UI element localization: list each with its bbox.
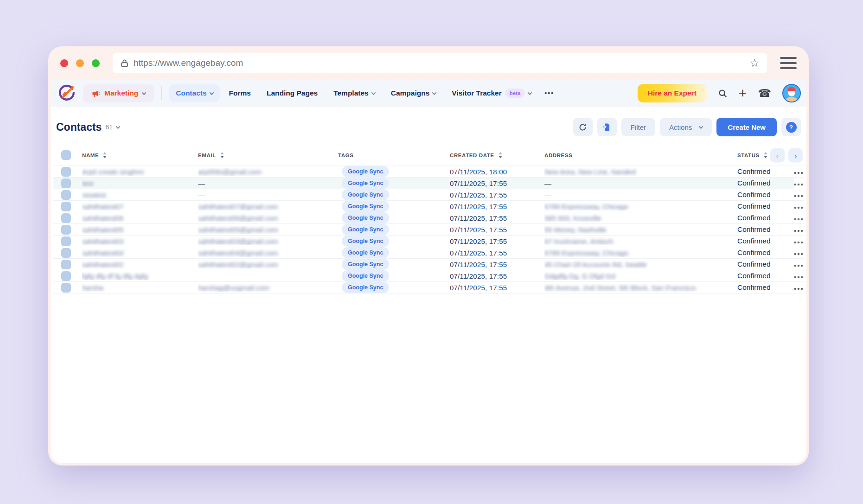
sort-icon[interactable]	[764, 152, 767, 158]
app-content: Marketing Contacts Forms Landing Pages T…	[51, 80, 806, 463]
maximize-window-button[interactable]	[92, 59, 100, 67]
filter-button[interactable]: Filter	[621, 118, 655, 136]
app-navbar: Marketing Contacts Forms Landing Pages T…	[51, 80, 806, 107]
table-row[interactable]: sahithatest07 sahithatest07@gmail.com Go…	[53, 201, 804, 212]
row-menu-button[interactable]: •••	[794, 182, 804, 185]
next-page-button[interactable]: ›	[788, 148, 803, 162]
nav-items: Contacts Forms Landing Pages Templates C…	[169, 84, 558, 102]
row-checkbox[interactable]	[61, 283, 71, 293]
nav-item-templates[interactable]: Templates	[327, 84, 382, 102]
tag-pill[interactable]: Google Sync	[342, 259, 389, 270]
row-menu-button[interactable]: •••	[794, 228, 804, 231]
status-badge: Confirmed	[737, 191, 771, 199]
row-menu-button[interactable]: •••	[794, 205, 804, 208]
nav-item-campaigns[interactable]: Campaigns	[384, 84, 443, 102]
tag-pill[interactable]: Google Sync	[342, 178, 389, 189]
nav-overflow-button[interactable]: •••	[541, 85, 558, 102]
phone-button[interactable]: ☎	[758, 88, 771, 99]
row-checkbox[interactable]	[61, 236, 71, 246]
contact-address: 6789 Expressway, Chicago	[544, 203, 628, 211]
contact-email: sahithatest05@gmail.com	[198, 226, 278, 234]
tag-pill[interactable]: Google Sync	[342, 270, 389, 281]
close-window-button[interactable]	[60, 59, 68, 67]
tag-pill[interactable]: Google Sync	[342, 236, 389, 247]
minimize-window-button[interactable]	[76, 59, 84, 67]
table-row[interactable]: sahithatest05 sahithatest05@gmail.com Go…	[53, 224, 804, 236]
tag-pill[interactable]: Google Sync	[342, 189, 389, 200]
tag-pill[interactable]: Google Sync	[342, 201, 389, 212]
nav-item-landing-pages[interactable]: Landing Pages	[260, 84, 324, 102]
row-checkbox[interactable]	[61, 179, 71, 188]
column-header-status: STATUS	[737, 153, 760, 158]
row-menu-button[interactable]: •••	[794, 170, 804, 173]
row-menu-button[interactable]: •••	[794, 251, 804, 254]
contact-address: New Area, New Line, Nanded	[544, 168, 636, 176]
row-menu-button[interactable]: •••	[794, 240, 804, 242]
row-checkbox[interactable]	[61, 248, 71, 258]
import-export-button[interactable]	[597, 118, 617, 136]
row-menu-button[interactable]: •••	[794, 274, 804, 277]
bookmark-star-icon[interactable]: ☆	[749, 57, 760, 69]
tag-pill[interactable]: Google Sync	[342, 212, 389, 223]
row-checkbox[interactable]	[61, 202, 71, 211]
row-menu-button[interactable]: •••	[794, 193, 804, 196]
sort-icon[interactable]	[103, 152, 107, 158]
app-switcher-marketing[interactable]: Marketing	[83, 84, 154, 102]
prev-page-button[interactable]: ‹	[770, 148, 785, 162]
row-checkbox[interactable]	[61, 190, 71, 200]
help-button[interactable]: ?	[781, 118, 801, 136]
created-date: 07/11/2025, 17:55	[450, 179, 507, 187]
browser-menu-icon[interactable]	[780, 57, 797, 69]
table-row[interactable]: Arpit create singhmi arpit59s@gmail.com …	[53, 166, 804, 178]
contact-name: sahithatest03	[82, 237, 123, 245]
nav-divider	[161, 86, 162, 100]
status-badge: Confirmed	[737, 272, 771, 280]
row-checkbox[interactable]	[61, 213, 71, 223]
table-row[interactable]: sahithatest06 sahithatest06@gmail.com Go…	[53, 212, 804, 224]
row-menu-button[interactable]: •••	[794, 263, 804, 266]
nav-item-label: Forms	[229, 89, 251, 97]
browser-window: https://www.engagebay.com ☆ Marketing	[48, 46, 809, 466]
create-new-button[interactable]: Create New	[716, 118, 777, 136]
sort-icon[interactable]	[220, 152, 224, 158]
search-button[interactable]	[718, 89, 728, 98]
table-row[interactable]: sahithatest04 sahithatest04@gmail.com Go…	[53, 247, 804, 259]
chevron-down-icon	[209, 90, 214, 95]
table-row[interactable]: fgfg dfg df fg dfg dgfg — Google Sync 07…	[53, 270, 804, 282]
contact-address: Gdgdfg Dg, G Dfgd Gd	[544, 272, 615, 280]
tag-pill[interactable]: Google Sync	[342, 166, 389, 177]
contact-name: newtest	[82, 191, 106, 199]
hire-expert-button[interactable]: Hire an Expert	[638, 84, 707, 102]
quick-add-button[interactable]: +	[739, 88, 747, 99]
table-row[interactable]: sahithatest02 sahithatest02@gmail.com Go…	[53, 259, 804, 270]
page-title: Contacts	[56, 121, 102, 134]
sort-icon[interactable]	[499, 152, 502, 158]
contact-name: sahithatest04	[82, 249, 123, 257]
table-row[interactable]: harsha harshag@usgmail.com Google Sync 0…	[53, 282, 804, 293]
chevron-down-icon[interactable]	[116, 124, 121, 129]
address-bar[interactable]: https://www.engagebay.com ☆	[113, 53, 767, 73]
row-checkbox[interactable]	[61, 271, 71, 281]
table-row[interactable]: test — Google Sync 07/11/2025, 17:55 — C…	[53, 178, 804, 189]
row-checkbox[interactable]	[61, 260, 71, 269]
actions-button[interactable]: Actions	[660, 118, 712, 136]
row-menu-button[interactable]: •••	[794, 286, 804, 289]
tag-pill[interactable]: Google Sync	[342, 224, 389, 235]
refresh-button[interactable]	[573, 118, 593, 136]
tag-pill[interactable]: Google Sync	[342, 247, 389, 258]
table-row[interactable]: sahithatest03 sahithatest03@gmail.com Go…	[53, 236, 804, 247]
chevron-down-icon	[371, 90, 376, 95]
select-all-checkbox[interactable]	[61, 150, 71, 160]
nav-item-forms[interactable]: Forms	[223, 84, 257, 102]
tag-pill[interactable]: Google Sync	[342, 282, 389, 293]
user-avatar[interactable]	[782, 84, 801, 102]
row-checkbox[interactable]	[61, 225, 71, 235]
nav-item-visitor-tracker[interactable]: Visitor Tracker beta	[445, 84, 538, 102]
engagebay-logo[interactable]	[57, 83, 77, 103]
nav-item-contacts[interactable]: Contacts	[169, 84, 219, 102]
status-badge: Confirmed	[737, 214, 771, 222]
row-menu-button[interactable]: •••	[794, 217, 804, 219]
table-row[interactable]: newtest — Google Sync 07/11/2025, 17:55 …	[53, 189, 804, 201]
row-checkbox[interactable]	[61, 167, 71, 177]
nav-item-label: Landing Pages	[267, 89, 318, 97]
